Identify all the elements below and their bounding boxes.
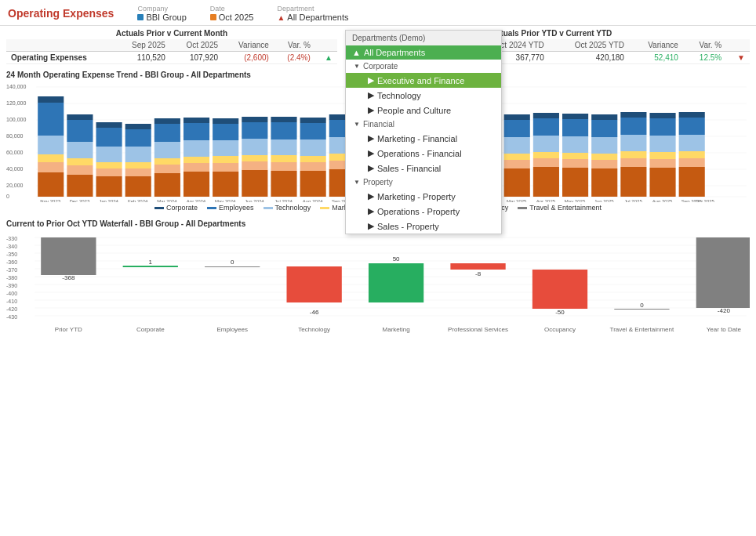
svg-text:120,000: 120,000 (6, 100, 26, 106)
svg-rect-152 (679, 118, 705, 135)
dropdown-item-people-culture[interactable]: ▶ People and Culture (346, 103, 501, 118)
svg-rect-71 (300, 162, 326, 171)
col-trend (726, 39, 750, 52)
svg-rect-56 (213, 124, 238, 140)
svg-rect-145 (649, 136, 675, 152)
svg-rect-68 (271, 122, 296, 139)
svg-rect-41 (154, 165, 180, 173)
dropdown-item-corporate-section[interactable]: ▼ Corporate (346, 60, 501, 73)
department-filter[interactable]: Department ▲ All Departments (277, 5, 348, 22)
svg-rect-129 (562, 114, 588, 119)
row-variance: (2,600) (223, 52, 274, 64)
svg-rect-64 (271, 171, 296, 197)
dropdown-item-mkt-property[interactable]: ▶ Marketing - Property (346, 189, 501, 204)
department-dropdown[interactable]: Departments (Demo) ▲ All Departments ▼ C… (345, 30, 502, 234)
svg-rect-143 (649, 159, 675, 168)
dropdown-item-sales-property[interactable]: ▶ Sales - Property (346, 219, 501, 234)
svg-text:40,000: 40,000 (6, 166, 24, 172)
page: Operating Expenses Company BBI Group Dat… (0, 0, 756, 536)
dropdown-item-exec-finance[interactable]: ▶ Executive and Finance (346, 73, 501, 88)
svg-rect-44 (154, 124, 180, 142)
svg-rect-133 (591, 137, 617, 154)
svg-text:Jan 2024: Jan 2024 (99, 199, 118, 202)
svg-rect-124 (562, 168, 588, 197)
svg-rect-121 (533, 136, 559, 152)
row-trend-icon: ▲ (315, 52, 337, 64)
svg-text:Feb 2024: Feb 2024 (128, 199, 148, 202)
svg-rect-70 (300, 171, 326, 197)
svg-rect-45 (154, 118, 180, 124)
svg-rect-62 (242, 122, 267, 139)
item-icon: ▶ (368, 221, 374, 231)
svg-rect-200 (41, 237, 96, 275)
svg-rect-127 (562, 136, 588, 153)
svg-rect-22 (67, 175, 93, 197)
svg-rect-23 (67, 165, 93, 175)
svg-rect-50 (184, 123, 209, 140)
row-label: Operating Expenses (6, 52, 115, 64)
svg-text:Jul 2024: Jul 2024 (274, 199, 293, 202)
legend-technology-dot (264, 207, 273, 209)
legend-travel-dot (518, 207, 527, 209)
item-icon: ▶ (368, 163, 374, 173)
svg-rect-112 (504, 168, 530, 197)
svg-rect-128 (562, 119, 588, 136)
svg-rect-144 (649, 152, 675, 159)
svg-rect-46 (184, 172, 209, 197)
svg-text:20,000: 20,000 (6, 183, 24, 188)
svg-rect-65 (271, 162, 296, 171)
svg-rect-130 (591, 168, 617, 197)
svg-text:Aug 2024: Aug 2024 (303, 199, 323, 202)
date-icon (210, 14, 216, 20)
svg-text:Mar 2025: Mar 2025 (507, 199, 527, 202)
svg-rect-151 (679, 135, 705, 151)
legend-employees: Employees (207, 204, 254, 212)
svg-rect-54 (213, 156, 238, 163)
col-var-pct: Var. % (274, 39, 315, 52)
svg-rect-210 (450, 263, 505, 270)
svg-rect-33 (96, 122, 122, 128)
svg-text:-390: -390 (6, 283, 17, 288)
company-filter[interactable]: Company BBI Group (137, 5, 186, 22)
col-sep: Sep 2025 (115, 39, 170, 52)
date-filter[interactable]: Date Oct 2025 (210, 5, 254, 22)
svg-text:-368: -368 (62, 274, 75, 281)
dropdown-item-ops-financial[interactable]: ▶ Operations - Financial (346, 146, 501, 161)
svg-rect-202 (123, 266, 178, 267)
svg-rect-26 (67, 120, 93, 142)
svg-rect-150 (679, 151, 705, 158)
svg-rect-42 (154, 158, 180, 165)
svg-rect-122 (533, 118, 559, 136)
svg-rect-53 (213, 163, 238, 172)
svg-rect-69 (271, 117, 296, 122)
svg-rect-206 (287, 266, 342, 302)
svg-rect-32 (96, 128, 122, 147)
dropdown-item-ops-property[interactable]: ▶ Operations - Property (346, 204, 501, 219)
svg-text:140,000: 140,000 (6, 84, 26, 89)
actuals-prior-section: Actuals Prior v Current Month Sep 2025 O… (6, 29, 337, 64)
svg-rect-137 (620, 158, 646, 167)
svg-text:-380: -380 (6, 275, 17, 281)
dropdown-item-technology[interactable]: ▶ Technology (346, 88, 501, 103)
svg-text:0: 0 (640, 302, 644, 309)
dropdown-item-all[interactable]: ▲ All Departments (346, 45, 501, 60)
svg-rect-59 (242, 161, 267, 170)
svg-text:Technology: Technology (298, 326, 330, 333)
svg-text:-360: -360 (6, 259, 17, 265)
row-trend-icon: ▼ (726, 52, 750, 64)
svg-rect-30 (96, 162, 122, 168)
svg-text:Prior YTD: Prior YTD (55, 326, 82, 333)
svg-rect-74 (300, 123, 326, 139)
svg-rect-146 (649, 118, 675, 136)
svg-rect-115 (504, 137, 530, 154)
header: Operating Expenses Company BBI Group Dat… (0, 0, 756, 26)
svg-rect-75 (300, 118, 326, 123)
dropdown-item-financial-section[interactable]: ▼ Financial (346, 118, 501, 131)
svg-text:-400: -400 (6, 291, 17, 296)
department-icon: ▲ (277, 13, 285, 22)
svg-rect-149 (679, 158, 705, 167)
dropdown-item-property-section[interactable]: ▼ Property (346, 176, 501, 189)
svg-text:Apr 2024: Apr 2024 (187, 199, 206, 202)
dropdown-item-sales-financial[interactable]: ▶ Sales - Financial (346, 161, 501, 176)
dropdown-item-mkt-financial[interactable]: ▶ Marketing - Financial (346, 131, 501, 146)
